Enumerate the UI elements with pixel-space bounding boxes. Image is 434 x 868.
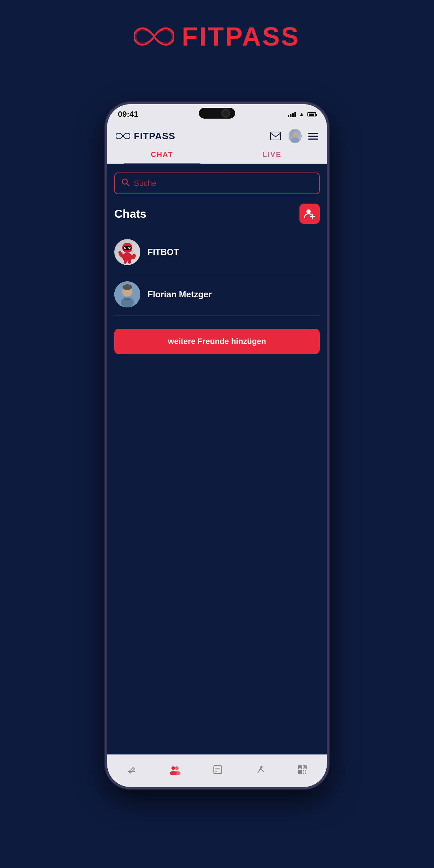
svg-rect-31 (215, 771, 217, 772)
signal-icon (288, 111, 296, 117)
power-button[interactable] (328, 191, 329, 224)
status-icons: ▲ (288, 111, 316, 118)
phone-shell: 09:41 ▲ FITPASS (105, 102, 329, 789)
svg-rect-0 (271, 132, 281, 140)
chats-title: Chats (114, 207, 146, 221)
svg-rect-15 (124, 259, 127, 264)
svg-point-5 (306, 209, 311, 214)
chat-item-fitbot[interactable]: FITBOT (114, 231, 320, 273)
bottom-navigation (107, 754, 327, 787)
brand-name-label: FITPASS (182, 22, 300, 51)
fitbot-avatar (114, 239, 140, 265)
svg-rect-42 (305, 773, 306, 774)
svg-point-21 (123, 284, 132, 290)
svg-point-1 (293, 132, 298, 137)
chats-header: Chats (114, 204, 320, 224)
svg-rect-34 (299, 766, 301, 768)
add-friend-button[interactable] (299, 204, 320, 224)
search-icon (122, 178, 129, 188)
florian-name: Florian Metzger (148, 289, 212, 299)
volume-down-button[interactable] (105, 205, 106, 227)
chat-item-florian[interactable]: Florian Metzger (114, 273, 320, 316)
svg-rect-39 (303, 770, 304, 771)
blog-icon (213, 765, 223, 777)
chat-list: FITBOT (114, 231, 320, 316)
app-name-label: FITPASS (134, 131, 175, 142)
menu-button[interactable] (308, 133, 318, 140)
app-header: FITPASS (107, 124, 327, 142)
volume-up-button[interactable] (105, 176, 106, 198)
svg-rect-41 (303, 773, 304, 774)
edit-icon (127, 765, 137, 777)
svg-rect-29 (215, 768, 220, 769)
svg-point-14 (122, 253, 132, 261)
battery-icon (307, 112, 316, 116)
nav-qr[interactable] (292, 762, 313, 780)
svg-point-12 (125, 247, 126, 248)
nav-people[interactable] (163, 762, 186, 780)
svg-point-2 (291, 137, 299, 143)
search-bar[interactable]: Suche (114, 173, 320, 194)
activity-icon (255, 765, 265, 777)
header-actions (269, 129, 318, 142)
brand-logo-area: FITPASS (134, 22, 300, 51)
svg-point-25 (175, 766, 179, 770)
profile-avatar[interactable] (289, 129, 302, 142)
brand-infinity-icon (134, 22, 174, 51)
status-time: 09:41 (118, 110, 138, 119)
nav-edit[interactable] (121, 762, 142, 780)
svg-line-4 (127, 184, 129, 186)
messages-button[interactable] (269, 129, 282, 142)
svg-rect-36 (304, 766, 306, 768)
svg-point-22 (121, 297, 134, 307)
wifi-icon: ▲ (299, 111, 305, 118)
navigation-tabs: CHAT LIVE (107, 146, 327, 164)
svg-rect-30 (215, 770, 219, 770)
svg-rect-16 (128, 259, 131, 264)
florian-avatar (114, 281, 140, 307)
tab-live[interactable]: LIVE (217, 146, 327, 163)
app-infinity-icon (116, 131, 130, 141)
phone-screen: FITPASS (107, 124, 327, 754)
svg-point-18 (131, 253, 136, 260)
add-friends-label: weitere Freunde hinzügen (168, 337, 266, 346)
fitbot-name: FITBOT (148, 247, 179, 257)
svg-point-24 (171, 766, 175, 770)
chat-body: Suche Chats (107, 164, 327, 754)
qr-icon (297, 765, 307, 777)
app-logo: FITPASS (116, 131, 175, 142)
svg-point-13 (129, 247, 131, 248)
add-friends-button[interactable]: weitere Freunde hinzügen (114, 329, 320, 354)
svg-rect-40 (305, 770, 306, 771)
status-bar: 09:41 ▲ (107, 104, 327, 124)
people-icon (169, 765, 180, 777)
tab-chat[interactable]: CHAT (107, 146, 217, 163)
nav-blog[interactable] (207, 762, 229, 780)
front-camera (199, 108, 235, 119)
svg-rect-38 (299, 771, 301, 773)
search-placeholder[interactable]: Suche (134, 179, 156, 188)
nav-activity[interactable] (249, 762, 271, 780)
